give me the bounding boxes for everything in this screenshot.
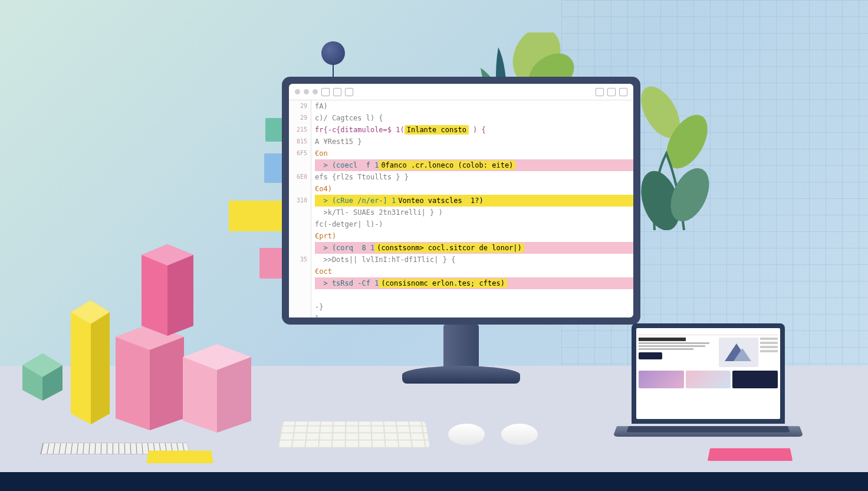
editor-titlebar — [289, 84, 633, 100]
code-area[interactable]: fA)c)/ Cagtces l) {fr{-c{ditamulole=$ 1(… — [311, 100, 633, 317]
lock-icon[interactable] — [596, 88, 604, 96]
svg-marker-11 — [91, 312, 110, 424]
sticky-note-yellow — [146, 451, 213, 463]
laptop — [632, 323, 800, 444]
bottom-bar — [0, 472, 868, 491]
toolbar-icon[interactable] — [333, 88, 341, 96]
sticky-note-pink — [708, 449, 793, 461]
menu-icon[interactable] — [619, 88, 627, 96]
traffic-light-icon[interactable] — [313, 89, 318, 94]
traffic-light-icon[interactable] — [295, 89, 300, 94]
laptop-display — [636, 328, 780, 419]
block-pink — [116, 324, 186, 432]
svg-marker-17 — [167, 255, 193, 336]
svg-marker-14 — [150, 337, 184, 430]
toolbar-icon[interactable] — [607, 88, 616, 96]
traffic-light-icon[interactable] — [304, 89, 309, 94]
laptop-cta-button — [639, 352, 662, 359]
mouse — [501, 424, 538, 445]
keyboard — [278, 421, 430, 448]
svg-marker-20 — [217, 357, 251, 433]
monitor: 29292158156F56E031035 fA)c)/ Cagtces l) … — [282, 77, 640, 325]
block-pink-top — [142, 244, 196, 338]
code-editor[interactable]: 29292158156F56E031035 fA)c)/ Cagtces l) … — [289, 100, 633, 317]
toolbar-icon[interactable] — [321, 88, 330, 96]
line-gutter: 29292158156F56E031035 — [289, 100, 311, 317]
block-pink-light — [183, 344, 254, 434]
mouse — [448, 424, 485, 445]
toolbar-icon[interactable] — [345, 88, 353, 96]
leaf-decoration — [631, 77, 714, 230]
block-yellow — [71, 300, 112, 426]
sphere-decoration — [321, 41, 345, 65]
block-green — [22, 353, 64, 402]
